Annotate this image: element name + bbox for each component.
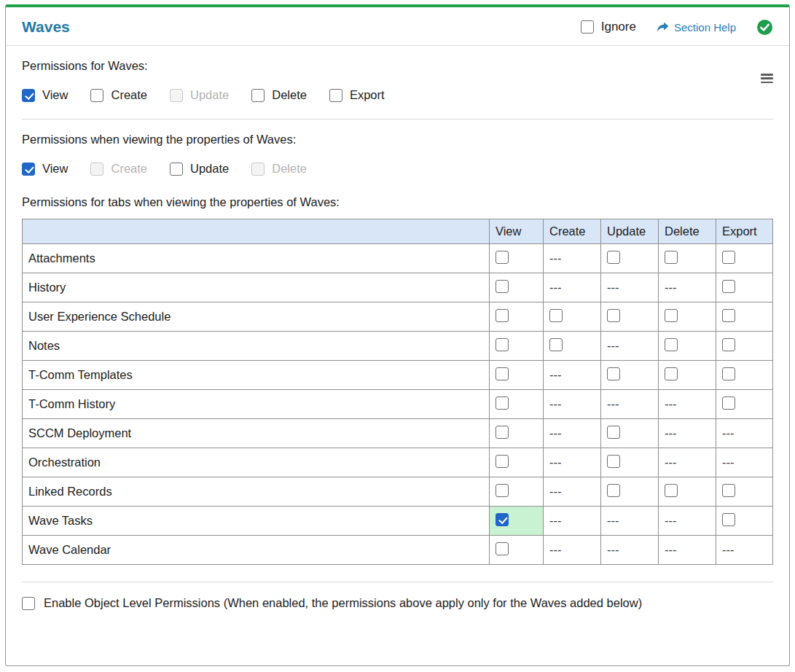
ignore-checkbox[interactable] (581, 20, 594, 34)
update-cell-checkbox[interactable] (607, 251, 620, 264)
row-label: Wave Tasks (23, 507, 490, 536)
delete-checkbox[interactable] (251, 89, 265, 102)
table-row: SCCM Deployment--------- (23, 419, 773, 448)
perm-cell-view (490, 302, 544, 332)
perm-cell-update (601, 302, 659, 332)
perm-cell-delete: --- (659, 448, 716, 477)
ignore-label: Ignore (601, 20, 636, 34)
create-cell-checkbox[interactable] (549, 338, 563, 351)
perm-cell-create (544, 302, 601, 332)
delete-cell-checkbox[interactable] (665, 251, 678, 264)
permissions-group-properties: Permissions when viewing the properties … (22, 133, 773, 176)
view-cell-checkbox[interactable] (496, 426, 509, 439)
perm-cell-export: --- (716, 419, 773, 448)
delete-cell-checkbox[interactable] (665, 338, 678, 351)
permission-item-view[interactable]: View (22, 162, 68, 176)
column-header-update: Update (601, 219, 659, 244)
table-row: User Experience Schedule (23, 302, 773, 332)
view-cell-checkbox[interactable] (496, 484, 509, 497)
section-help-link[interactable]: Section Help (657, 21, 736, 34)
checkbox-label: View (42, 162, 68, 176)
perm-cell-view (490, 536, 544, 565)
perm-cell-view (490, 332, 544, 361)
export-cell-checkbox[interactable] (722, 338, 735, 351)
perm-cell-delete (659, 361, 716, 390)
perm-cell-delete (659, 332, 716, 361)
export-checkbox[interactable] (329, 89, 342, 102)
view-cell-checkbox[interactable] (496, 542, 509, 555)
panel-footer: Enable Object Level Permissions (When en… (6, 582, 789, 628)
object-level-permissions-checkbox[interactable] (22, 597, 35, 610)
permission-item-create[interactable]: Create (90, 88, 147, 102)
checkbox-label: Update (190, 162, 229, 176)
panel-body: Permissions for Waves: ViewCreateUpdateD… (6, 59, 789, 565)
update-cell-checkbox[interactable] (607, 455, 620, 468)
divider (22, 119, 773, 120)
delete-cell-checkbox[interactable] (665, 367, 678, 380)
create-checkbox[interactable] (90, 89, 103, 102)
view-cell-checkbox[interactable] (496, 280, 509, 293)
perm-cell-delete: --- (659, 536, 716, 565)
permissions-table: View Create Update Delete Export Attachm… (22, 219, 773, 565)
perm-cell-create: --- (544, 419, 601, 448)
export-cell-checkbox[interactable] (722, 484, 735, 497)
delete-cell-checkbox[interactable] (665, 309, 678, 322)
view-cell-checkbox[interactable] (496, 367, 509, 380)
permission-item-delete: Delete (251, 162, 307, 176)
update-checkbox[interactable] (170, 163, 183, 176)
checkbox-label: Delete (272, 88, 307, 102)
permission-item-update[interactable]: Update (170, 162, 229, 176)
row-label: Wave Calendar (23, 536, 490, 565)
column-header-export: Export (716, 219, 773, 244)
export-cell-checkbox[interactable] (722, 309, 735, 322)
perm-cell-update (601, 244, 659, 273)
update-cell-checkbox[interactable] (607, 426, 620, 439)
panel-header: Waves Ignore Section Help (6, 7, 789, 46)
view-checkbox[interactable] (22, 89, 35, 102)
view-cell-checkbox[interactable] (496, 396, 509, 410)
waves-section-panel: Waves Ignore Section Help Permissions fo… (5, 4, 790, 666)
permission-item-export[interactable]: Export (329, 88, 385, 102)
section-menu-icon[interactable] (761, 74, 773, 83)
view-cell-checkbox[interactable] (496, 309, 509, 322)
create-checkbox (90, 163, 103, 176)
forward-arrow-icon (657, 22, 669, 33)
row-label: History (23, 273, 490, 302)
perm-cell-create: --- (544, 390, 601, 419)
view-checkbox[interactable] (22, 163, 35, 176)
delete-cell-checkbox[interactable] (665, 484, 678, 497)
perm-cell-export (716, 507, 773, 536)
ignore-control[interactable]: Ignore (581, 20, 636, 34)
create-cell-checkbox[interactable] (549, 309, 563, 322)
update-cell-checkbox[interactable] (607, 309, 620, 322)
perm-cell-delete: --- (659, 507, 716, 536)
perm-cell-delete: --- (659, 273, 716, 302)
section-help-label: Section Help (674, 21, 736, 34)
permission-item-delete[interactable]: Delete (251, 88, 307, 102)
permissions-checkbox-row: ViewCreateUpdateDeleteExport (22, 88, 773, 102)
update-cell-checkbox[interactable] (607, 484, 620, 497)
export-cell-checkbox[interactable] (722, 396, 735, 410)
perm-cell-create: --- (544, 273, 601, 302)
view-cell-checkbox[interactable] (496, 338, 509, 351)
update-cell-checkbox[interactable] (607, 367, 620, 380)
checkbox-label: Export (350, 88, 385, 102)
export-cell-checkbox[interactable] (722, 367, 735, 380)
row-label: Notes (23, 332, 490, 361)
view-cell-checkbox[interactable] (496, 251, 509, 264)
perm-cell-update: --- (601, 536, 659, 565)
export-cell-checkbox[interactable] (722, 280, 735, 293)
view-cell-checkbox[interactable] (496, 455, 509, 468)
export-cell-checkbox[interactable] (722, 251, 735, 264)
perm-cell-create: --- (544, 361, 601, 390)
row-label: Attachments (23, 244, 490, 273)
perm-cell-export (716, 361, 773, 390)
view-cell-checkbox[interactable] (496, 513, 509, 526)
table-row: Linked Records--- (23, 477, 773, 507)
column-header-view: View (490, 219, 544, 244)
table-row: Orchestration--------- (23, 448, 773, 477)
table-row: Wave Tasks--------- (23, 507, 773, 536)
export-cell-checkbox[interactable] (722, 513, 735, 526)
object-level-permissions-control[interactable]: Enable Object Level Permissions (When en… (22, 582, 773, 628)
permission-item-view[interactable]: View (22, 88, 68, 102)
